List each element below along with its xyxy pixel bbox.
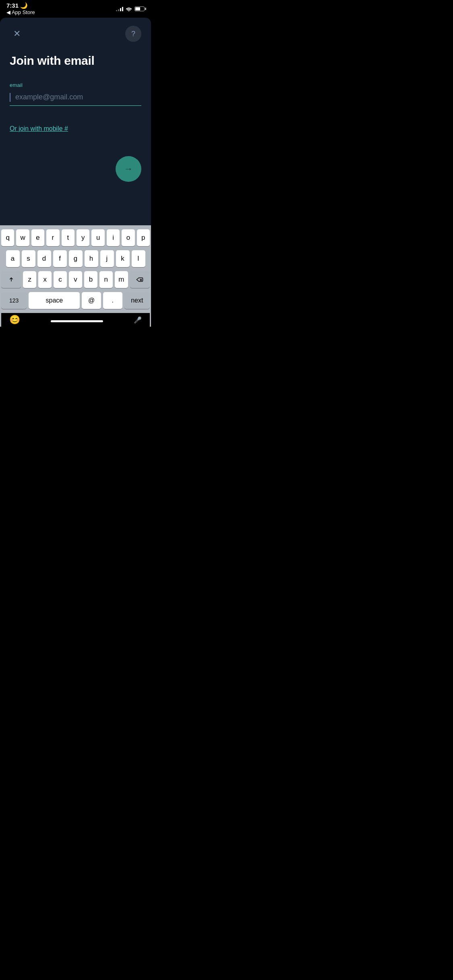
status-left: 7:31 🌙 ◀ App Store [6,2,35,15]
email-field-label: email [10,82,141,88]
key-c[interactable]: c [54,271,67,288]
signal-bar-4 [122,7,123,11]
key-next[interactable]: next [124,292,150,309]
top-bar: ✕ ? [0,18,151,46]
key-shift[interactable] [1,271,21,288]
key-at[interactable]: @ [82,292,101,309]
key-dot[interactable]: . [103,292,122,309]
cursor-indicator [10,93,10,102]
key-p[interactable]: p [137,229,150,246]
key-d[interactable]: d [37,250,51,267]
keyboard-row-1: q w e r t y u i o p [1,229,150,246]
mic-icon[interactable]: 🎤 [134,316,142,324]
keyboard[interactable]: q w e r t y u i o p a s d f g h j k l [0,225,151,327]
key-y[interactable]: y [77,229,89,246]
key-m[interactable]: m [115,271,128,288]
key-x[interactable]: x [38,271,52,288]
key-h[interactable]: h [85,250,98,267]
signal-bar-2 [118,9,119,11]
key-v[interactable]: v [69,271,82,288]
signal-bars-icon [116,6,123,11]
status-bar: 7:31 🌙 ◀ App Store [0,0,151,18]
close-button[interactable]: ✕ [10,27,24,41]
key-g[interactable]: g [69,250,83,267]
key-b[interactable]: b [84,271,97,288]
close-icon: ✕ [13,29,21,38]
key-w[interactable]: w [16,229,29,246]
key-z[interactable]: z [23,271,36,288]
key-o[interactable]: o [122,229,134,246]
page-title: Join with email [10,54,141,68]
keyboard-bottom-bar: 😊 🎤 [1,313,150,327]
moon-icon: 🌙 [20,2,28,9]
signal-bar-1 [116,10,117,11]
key-r[interactable]: r [46,229,59,246]
keyboard-bottom-row: 123 space @ . next [1,292,150,309]
back-label: ◀ App Store [6,9,35,15]
status-time: 7:31 🌙 [6,2,35,8]
email-input-wrapper [10,91,141,106]
help-icon: ? [131,30,135,38]
status-right [116,6,145,11]
back-to-appstore[interactable]: ◀ App Store [6,9,35,15]
key-k[interactable]: k [116,250,130,267]
key-e[interactable]: e [31,229,44,246]
key-backspace[interactable] [130,271,150,288]
key-t[interactable]: t [62,229,74,246]
signal-bar-3 [120,8,121,11]
home-indicator [51,320,103,322]
key-l[interactable]: l [132,250,145,267]
key-u[interactable]: u [91,229,104,246]
email-input[interactable] [10,91,141,106]
key-q[interactable]: q [1,229,14,246]
key-s[interactable]: s [22,250,35,267]
key-space[interactable]: space [29,292,80,309]
key-j[interactable]: j [100,250,114,267]
help-button[interactable]: ? [125,26,141,42]
emoji-icon[interactable]: 😊 [9,315,20,325]
app-content: ✕ ? Join with email email Or join with m… [0,18,151,327]
battery-fill [135,7,140,10]
key-numbers[interactable]: 123 [1,292,27,309]
key-i[interactable]: i [107,229,120,246]
wifi-icon [126,6,132,11]
key-n[interactable]: n [99,271,113,288]
key-a[interactable]: a [6,250,20,267]
key-f[interactable]: f [53,250,67,267]
arrow-right-icon: → [124,164,133,174]
keyboard-row-2: a s d f g h j k l [1,250,150,267]
time-display: 7:31 [6,2,19,9]
join-with-mobile-link[interactable]: Or join with mobile # [10,125,68,132]
next-button[interactable]: → [116,156,141,182]
battery-icon [134,6,145,11]
keyboard-row-3: z x c v b n m [1,271,150,288]
